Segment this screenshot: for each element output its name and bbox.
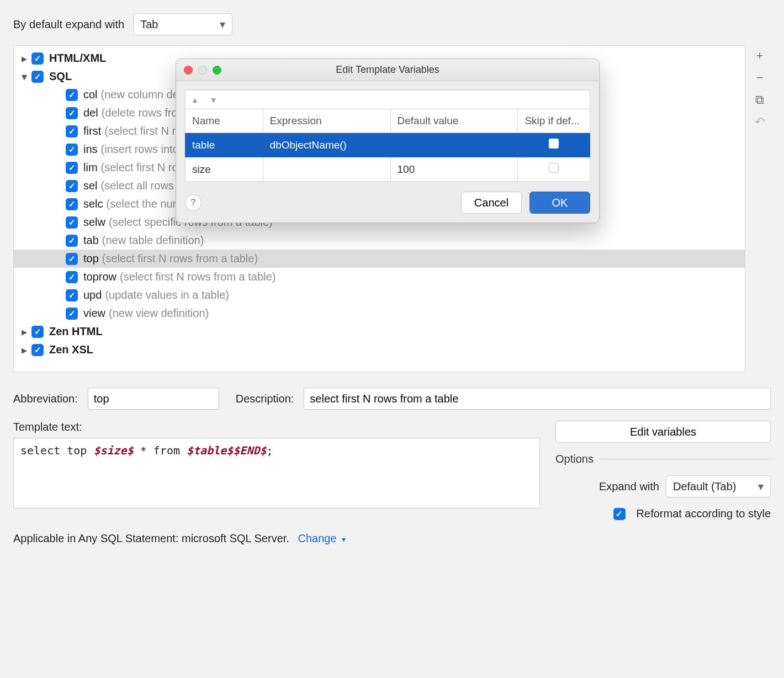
group-label: HTML/XML [49,52,106,65]
add-icon[interactable]: + [756,49,764,63]
zoom-icon[interactable] [213,66,221,75]
group-checkbox[interactable] [31,326,44,338]
item-abbr: selc [83,198,103,210]
tree-item[interactable]: ▸toprow(select first N rows from a table… [14,268,745,286]
variables-reorder-toolbar: ▲ ▼ [185,90,590,109]
tree-group[interactable]: ▸Zen XSL [14,341,745,359]
move-down-icon[interactable]: ▼ [210,96,218,104]
item-checkbox[interactable] [66,198,78,210]
item-abbr: first [83,125,101,137]
chevron-down-icon: ▾ [220,18,225,31]
edit-variables-button[interactable]: Edit variables [555,421,771,443]
tree-group[interactable]: ▸Zen HTML [14,322,745,341]
chevron-right-icon[interactable]: ▸ [19,343,29,357]
group-checkbox[interactable] [31,52,44,65]
item-checkbox[interactable] [66,235,78,247]
item-abbr: col [83,88,98,101]
description-input[interactable] [304,388,771,410]
cell-name[interactable]: size [186,157,263,182]
move-up-icon[interactable]: ▲ [191,96,199,104]
tree-item[interactable]: ▸upd(update values in a table) [14,286,745,304]
chevron-right-icon[interactable]: ▸ [19,52,29,65]
group-label: Zen HTML [49,325,103,338]
cell-skip[interactable] [518,157,590,182]
group-checkbox[interactable] [31,344,44,356]
tree-item[interactable]: ▸tab(new table definition) [14,231,745,250]
template-text-editor[interactable]: select top $size$ * from $table$$END$; [13,438,540,508]
template-text-token: * from [134,444,187,457]
copy-icon[interactable]: ⧉ [755,93,764,107]
item-abbr: toprow [83,271,116,283]
item-checkbox[interactable] [66,289,78,301]
skip-checkbox[interactable] [549,139,559,149]
expand-with-default-combo[interactable]: Tab ▾ [133,13,232,35]
description-label: Description: [236,393,294,405]
group-checkbox[interactable] [31,71,44,83]
item-desc: (select first N rows from a table) [102,252,258,265]
dialog-titlebar[interactable]: Edit Template Variables [176,59,599,81]
abbreviation-input[interactable] [88,388,219,410]
tree-item[interactable]: ▸top(select first N rows from a table) [14,250,745,268]
item-abbr: sel [83,179,98,192]
table-row[interactable]: tabledbObjectName() [186,133,590,157]
expand-with-default-value: Tab [140,18,158,31]
expand-with-default-label: By default expand with [13,18,124,31]
change-context-link[interactable]: Change ▾ [298,532,346,544]
template-text-label: Template text: [13,421,540,433]
cell-expression[interactable]: dbObjectName() [263,133,390,157]
item-abbr: del [83,107,98,119]
item-checkbox[interactable] [66,253,78,265]
item-checkbox[interactable] [66,107,78,119]
cancel-button[interactable]: Cancel [461,192,522,214]
item-checkbox[interactable] [66,162,78,174]
item-abbr: selw [83,216,105,229]
item-checkbox[interactable] [66,125,78,137]
item-abbr: view [83,307,105,320]
cell-skip[interactable] [518,133,590,157]
cell-default[interactable]: 100 [390,157,518,182]
template-text-token: select top [20,444,93,457]
item-checkbox[interactable] [66,144,78,156]
abbreviation-label: Abbreviation: [13,393,78,405]
chevron-down-icon: ▾ [342,535,346,544]
tree-side-toolbar: + − ⧉ ↶ [749,45,771,129]
item-desc: (new view definition) [109,307,209,320]
cell-default[interactable] [390,133,518,157]
col-name[interactable]: Name [186,109,263,133]
item-abbr: tab [83,234,99,247]
edit-template-variables-dialog: Edit Template Variables ▲ ▼ Name Express… [176,59,600,223]
undo-icon[interactable]: ↶ [755,115,765,129]
cell-name[interactable]: table [186,133,263,157]
item-checkbox[interactable] [66,271,78,283]
chevron-down-icon[interactable]: ▾ [19,70,29,83]
template-variable-token: $END$ [233,444,266,457]
item-abbr: upd [83,289,102,301]
expand-with-combo[interactable]: Default (Tab) ▾ [666,475,771,497]
remove-icon[interactable]: − [756,71,764,85]
item-desc: (update values in a table) [105,289,229,301]
item-checkbox[interactable] [66,216,78,229]
expand-with-value: Default (Tab) [673,480,737,493]
col-skip[interactable]: Skip if def... [518,109,590,133]
options-label: Options [555,453,594,465]
cell-expression[interactable] [263,157,390,182]
template-variable-token: $size$ [93,444,133,457]
tree-item[interactable]: ▸view(new view definition) [14,304,745,322]
ok-button[interactable]: OK [529,192,590,214]
help-button[interactable]: ? [185,194,202,211]
skip-checkbox[interactable] [549,163,559,173]
item-abbr: lim [83,161,98,174]
item-checkbox[interactable] [66,308,78,320]
table-row[interactable]: size100 [186,157,590,182]
chevron-right-icon[interactable]: ▸ [19,325,29,338]
col-def[interactable]: Default value [390,109,518,133]
item-checkbox[interactable] [66,180,78,192]
reformat-label: Reformat according to style [637,507,771,520]
template-variable-token: $table$ [187,444,233,457]
template-text-token: ; [267,444,273,457]
item-checkbox[interactable] [66,89,78,101]
col-expr[interactable]: Expression [263,109,390,133]
close-icon[interactable] [184,66,193,75]
variables-table: Name Expression Default value Skip if de… [185,109,590,182]
reformat-checkbox[interactable] [613,508,626,520]
